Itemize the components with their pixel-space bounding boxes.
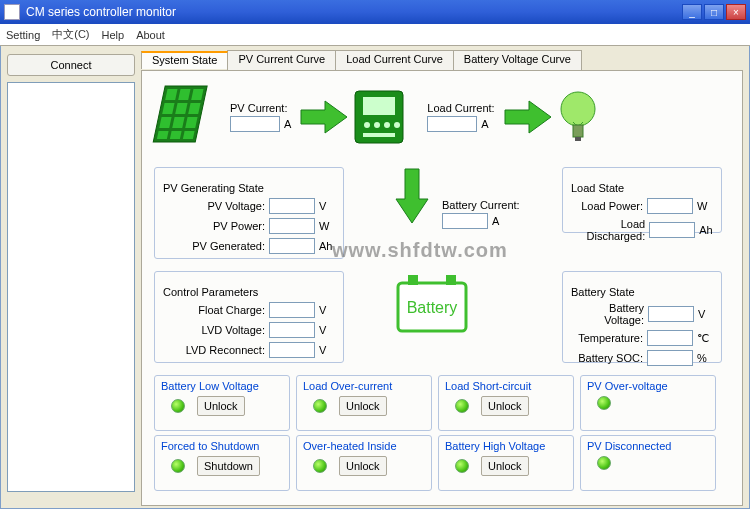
load-discharged-field[interactable]: [649, 222, 695, 238]
lvd-voltage-label: LVD Voltage:: [202, 324, 265, 336]
svg-rect-11: [170, 131, 182, 139]
svg-text:Battery: Battery: [407, 299, 458, 316]
battery-current-unit: A: [492, 215, 499, 227]
led-icon: [171, 459, 185, 473]
svg-point-22: [561, 92, 595, 126]
led-icon: [455, 399, 469, 413]
arrow-down-icon: [392, 167, 432, 227]
ctrl-legend: Control Parameters: [163, 286, 258, 298]
float-charge-label: Float Charge:: [198, 304, 265, 316]
pv-current-label: PV Current:: [230, 102, 287, 114]
battery-soc-field[interactable]: [647, 350, 693, 366]
lvd-reconnect-field[interactable]: [269, 342, 315, 358]
load-power-label: Load Power:: [581, 200, 643, 212]
pvgen-legend: PV Generating State: [163, 182, 264, 194]
battery-current-label: Battery Current:: [442, 199, 520, 211]
svg-marker-21: [505, 101, 551, 133]
svg-point-16: [364, 122, 370, 128]
pv-voltage-unit: V: [319, 200, 335, 212]
led-icon: [313, 459, 327, 473]
minimize-button[interactable]: _: [682, 4, 702, 20]
pv-generated-unit: Ah: [319, 240, 335, 252]
tab-pv-current-curve[interactable]: PV Current Curve: [227, 50, 336, 70]
tabpanel-system-state: PV Current: A Load Current: A: [141, 70, 743, 506]
pv-generating-state-group: PV Generating State PV Voltage:V PV Powe…: [154, 167, 344, 259]
connect-button[interactable]: Connect: [7, 54, 135, 76]
arrow-right-icon: [299, 97, 349, 137]
lvd-voltage-unit: V: [319, 324, 335, 336]
pv-power-label: PV Power:: [213, 220, 265, 232]
float-charge-unit: V: [319, 304, 335, 316]
battery-current-field[interactable]: [442, 213, 488, 229]
load-current-field[interactable]: [427, 116, 477, 132]
unlock-overheat-button[interactable]: Unlock: [339, 456, 387, 476]
lvd-voltage-field[interactable]: [269, 322, 315, 338]
battery-icon: Battery: [392, 271, 472, 336]
pv-current-unit: A: [284, 118, 291, 130]
unlock-high-v-button[interactable]: Unlock: [481, 456, 529, 476]
lvd-reconnect-unit: V: [319, 344, 335, 356]
menu-chinese[interactable]: 中文(C): [52, 27, 89, 42]
alarm-high-voltage: Battery High Voltage Unlock: [438, 435, 574, 491]
menu-setting[interactable]: Setting: [6, 29, 40, 41]
unlock-low-voltage-button[interactable]: Unlock: [197, 396, 245, 416]
svg-rect-15: [363, 97, 395, 115]
led-icon: [597, 396, 611, 410]
svg-rect-12: [183, 131, 195, 139]
alarm-load-oc-title: Load Over-current: [303, 380, 425, 392]
battery-voltage-field[interactable]: [648, 306, 694, 322]
battery-voltage-unit: V: [698, 308, 713, 320]
svg-rect-23: [573, 125, 583, 137]
load-power-field[interactable]: [647, 198, 693, 214]
led-icon: [313, 399, 327, 413]
pv-power-field[interactable]: [269, 218, 315, 234]
pv-current-field[interactable]: [230, 116, 280, 132]
loadst-legend: Load State: [571, 182, 624, 194]
close-button[interactable]: ×: [726, 4, 746, 20]
controller-icon: [349, 87, 409, 147]
load-discharged-unit: Ah: [699, 224, 713, 236]
control-parameters-group: Control Parameters Float Charge:V LVD Vo…: [154, 271, 344, 363]
alarm-low-voltage-title: Battery Low Voltage: [161, 380, 283, 392]
shutdown-button[interactable]: Shutdown: [197, 456, 260, 476]
watermark: www.shfdtw.com: [332, 239, 508, 262]
battery-soc-label: Battery SOC:: [578, 352, 643, 364]
menu-about[interactable]: About: [136, 29, 165, 41]
maximize-button[interactable]: □: [704, 4, 724, 20]
bulb-icon: [553, 87, 603, 147]
unlock-load-sc-button[interactable]: Unlock: [481, 396, 529, 416]
svg-point-17: [374, 122, 380, 128]
pv-generated-field[interactable]: [269, 238, 315, 254]
device-treeview[interactable]: [7, 82, 135, 492]
svg-rect-10: [157, 131, 169, 139]
svg-rect-27: [408, 275, 418, 285]
battery-current-readout: Battery Current: A: [442, 199, 520, 229]
tab-battery-voltage-curve[interactable]: Battery Voltage Curve: [453, 50, 582, 70]
app-icon: [4, 4, 20, 20]
unlock-load-oc-button[interactable]: Unlock: [339, 396, 387, 416]
battery-voltage-label: Battery Voltage:: [571, 302, 644, 326]
load-state-group: Load State Load Power:W Load Discharged:…: [562, 167, 722, 233]
window-title: CM series controller monitor: [26, 5, 682, 19]
pv-voltage-field[interactable]: [269, 198, 315, 214]
pv-generated-label: PV Generated:: [192, 240, 265, 252]
tab-load-current-curve[interactable]: Load Current Curve: [335, 50, 454, 70]
load-discharged-label: Load Discharged:: [571, 218, 645, 242]
alarm-load-shortcircuit: Load Short-circuit Unlock: [438, 375, 574, 431]
alarm-forced-title: Forced to Shutdown: [161, 440, 283, 452]
alarm-pv-overvoltage: PV Over-voltage: [580, 375, 716, 431]
menubar: Setting 中文(C) Help About: [0, 24, 750, 46]
alarm-forced-shutdown: Forced to Shutdown Shutdown: [154, 435, 290, 491]
tab-system-state[interactable]: System State: [141, 51, 228, 69]
temperature-field[interactable]: [647, 330, 693, 346]
solar-panel-icon: [152, 82, 212, 152]
float-charge-field[interactable]: [269, 302, 315, 318]
svg-rect-24: [575, 137, 581, 141]
battery-state-group: Battery State Battery Voltage:V Temperat…: [562, 271, 722, 363]
alarm-load-sc-title: Load Short-circuit: [445, 380, 567, 392]
menu-help[interactable]: Help: [102, 29, 125, 41]
led-icon: [455, 459, 469, 473]
load-current-label: Load Current:: [427, 102, 494, 114]
svg-rect-28: [446, 275, 456, 285]
led-icon: [171, 399, 185, 413]
